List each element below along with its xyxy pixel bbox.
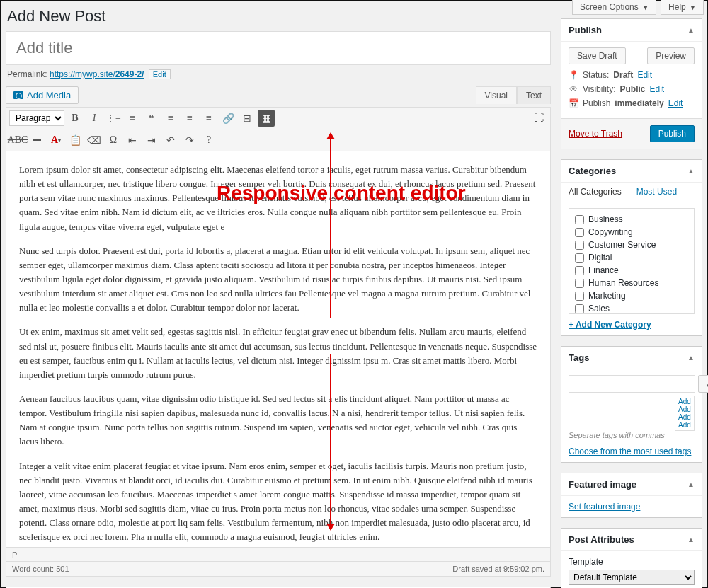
clear-format-button[interactable]: ⌫ [86, 132, 103, 149]
link-button[interactable]: 🔗 [219, 110, 236, 127]
collapse-icon[interactable]: ▲ [687, 167, 695, 175]
special-char-button[interactable]: Ω [105, 132, 122, 149]
category-item[interactable]: Human Resources [575, 277, 688, 289]
bold-button[interactable]: B [67, 110, 84, 127]
redo-button[interactable]: ↷ [181, 132, 198, 149]
template-label: Template [569, 557, 695, 567]
edit-visibility-link[interactable]: Edit [649, 84, 664, 94]
editor-toolbar-2: ABC A▾ 📋 ⌫ Ω ⇤ ⇥ ↶ ↷ ? [6, 129, 551, 151]
post-attributes-panel: Post Attributes▲ Template Default Templa… [561, 528, 702, 588]
undo-button[interactable]: ↶ [162, 132, 179, 149]
calendar-icon: 📅 [569, 98, 578, 108]
featured-image-panel: Featured image▲ Set featured image [561, 473, 702, 518]
add-new-category-link[interactable]: + Add New Category [569, 320, 695, 330]
save-draft-button[interactable]: Save Draft [569, 47, 626, 64]
tab-most-used[interactable]: Most Used [629, 183, 684, 202]
element-path: P [6, 548, 550, 562]
editor-status-bar: P Word count: 501 Draft saved at 9:59:02… [6, 548, 551, 577]
tag-input[interactable] [569, 375, 695, 393]
category-item[interactable]: Business [575, 213, 688, 226]
tag-suggest-buttons[interactable]: Add Add Add Add [675, 396, 695, 431]
edit-status-link[interactable]: Edit [637, 70, 652, 80]
tab-visual[interactable]: Visual [476, 86, 517, 104]
hr-button[interactable] [28, 132, 45, 149]
page-title: Add New Post [7, 7, 551, 25]
post-title-input[interactable] [6, 31, 551, 65]
outdent-button[interactable]: ⇤ [124, 132, 141, 149]
text-color-button[interactable]: A▾ [47, 132, 64, 149]
publish-panel: Publish▲ Save Draft Preview 📍Status: Dra… [561, 18, 702, 149]
category-item[interactable]: Copywriting [575, 226, 688, 238]
more-button[interactable]: ⊟ [239, 110, 256, 127]
edit-schedule-link[interactable]: Edit [668, 98, 683, 108]
categories-panel: Categories▲ All Categories Most Used Bus… [561, 159, 702, 336]
align-center-button[interactable]: ≡ [181, 110, 198, 127]
format-select[interactable]: Paragraph [9, 110, 64, 126]
toolbar-toggle-button[interactable]: ▦ [258, 110, 275, 127]
paste-text-button[interactable]: 📋 [67, 132, 84, 149]
preview-button[interactable]: Preview [647, 47, 695, 64]
add-tag-button[interactable]: Add [698, 375, 708, 393]
add-media-button[interactable]: Add Media [6, 86, 79, 104]
publish-button[interactable]: Publish [650, 125, 695, 142]
permalink-edit-button[interactable]: Edit [149, 69, 171, 79]
category-item[interactable]: Finance [575, 264, 688, 277]
help-button[interactable]: ? [200, 132, 217, 149]
fullscreen-button[interactable]: ⛶ [530, 110, 547, 127]
category-item[interactable]: Customer Service [575, 238, 688, 251]
bullet-list-button[interactable]: ⋮≡ [105, 110, 122, 127]
content-para: Aenean faucibus faucibus quam, vitae dig… [19, 392, 537, 449]
collapse-icon[interactable]: ▲ [687, 536, 695, 543]
move-to-trash-link[interactable]: Move to Trash [569, 129, 622, 139]
choose-tags-link[interactable]: Choose from the most used tags [569, 446, 695, 456]
strikethrough-button[interactable]: ABC [9, 132, 26, 149]
italic-button[interactable]: I [86, 110, 103, 127]
tags-panel: Tags▲ Add Add Add Add Add Separate tags … [561, 346, 702, 463]
blockquote-button[interactable]: ❝ [143, 110, 160, 127]
tab-text[interactable]: Text [517, 86, 551, 104]
number-list-button[interactable]: ≡ [124, 110, 141, 127]
category-item[interactable]: Marketing [575, 289, 688, 302]
permalink-link[interactable]: https://mywp.site/2649-2/ [50, 69, 144, 79]
permalink-row: Permalink: https://mywp.site/2649-2/ Edi… [6, 65, 551, 86]
category-item[interactable]: Sales [575, 302, 688, 314]
editor-toolbar-1: Paragraph B I ⋮≡ ≡ ❝ ≡ ≡ ≡ 🔗 ⊟ ▦ ⛶ [6, 107, 551, 129]
eye-icon: 👁 [569, 84, 578, 94]
collapse-icon[interactable]: ▲ [687, 354, 695, 362]
content-para: Ut ex enim, maximus sit amet velit sed, … [19, 325, 537, 382]
help-tab[interactable]: Help ▼ [661, 0, 704, 15]
category-list[interactable]: Business Copywriting Customer Service Di… [569, 208, 695, 314]
category-item[interactable]: Digital [575, 251, 688, 264]
content-para: Integer a velit vitae enim placerat feug… [19, 459, 537, 545]
content-para: Lorem ipsum dolor sit amet, consectetur … [19, 163, 537, 234]
align-left-button[interactable]: ≡ [162, 110, 179, 127]
camera-icon [13, 91, 23, 99]
pin-icon: 📍 [569, 70, 578, 80]
screen-options-tab[interactable]: Screen Options ▼ [572, 0, 656, 15]
tab-all-categories[interactable]: All Categories [561, 183, 629, 202]
tags-helper: Separate tags with commas [569, 431, 695, 439]
align-right-button[interactable]: ≡ [200, 110, 217, 127]
set-featured-image-link[interactable]: Set featured image [569, 502, 695, 512]
template-select[interactable]: Default Template [569, 570, 695, 585]
indent-button[interactable]: ⇥ [143, 132, 160, 149]
collapse-icon[interactable]: ▲ [687, 480, 695, 488]
collapse-icon[interactable]: ▲ [687, 26, 695, 34]
content-para: Nunc sed turpis dolor. Praesent est dui,… [19, 244, 537, 316]
content-editor[interactable]: Lorem ipsum dolor sit amet, consectetur … [6, 151, 551, 548]
